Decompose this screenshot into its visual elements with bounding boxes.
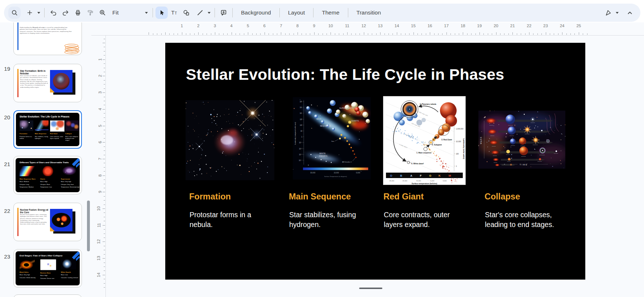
pointer-tool-dropdown[interactable] bbox=[614, 7, 620, 19]
svg-text:1: 1 bbox=[456, 165, 457, 167]
text-tool-icon: TT bbox=[170, 9, 178, 16]
svg-text:Surface Temperature (in degree: Surface Temperature (in degrees) bbox=[324, 176, 347, 177]
slide-22-thumbnail[interactable]: Nuclear Fusion: Energy at the Core Nucle… bbox=[13, 203, 82, 241]
svg-text:10²: 10² bbox=[300, 124, 302, 126]
zoom-button[interactable] bbox=[96, 7, 109, 19]
slide-20-thumbnail[interactable]: Stellar Evolution: The Life Cycle in Pha… bbox=[13, 110, 82, 149]
slide-19-thumbnail[interactable]: Star Formation: Birth in Nebulae Stars a… bbox=[13, 64, 82, 102]
zoom-select[interactable]: Fit bbox=[109, 7, 150, 19]
slide-23-thumbnail[interactable]: End Stages: Fate of Stars After Collapse… bbox=[13, 249, 82, 288]
phase-body-main-sequence[interactable]: Star stabilizes, fusing hydrogen. bbox=[289, 210, 363, 230]
svg-text:3. Red Giant: 3. Red Giant bbox=[441, 139, 452, 141]
new-slide-dropdown[interactable] bbox=[36, 7, 42, 19]
accent-bar bbox=[17, 208, 18, 236]
search-menus-button[interactable] bbox=[8, 7, 21, 19]
svg-text:B: B bbox=[400, 174, 402, 177]
thumbnail-image bbox=[50, 70, 78, 97]
print-icon bbox=[74, 9, 82, 16]
thumbnail-image bbox=[50, 209, 78, 236]
phase-heading-main-sequence[interactable]: Main Sequence bbox=[289, 192, 351, 202]
main-sequence-image[interactable]: 10⁶10⁵10⁴10³10²10110⁻¹10⁻²10⁻³10⁻⁴ Lumin… bbox=[293, 97, 371, 180]
svg-text:45,000: 45,000 bbox=[389, 180, 394, 182]
slide-canvas[interactable]: Stellar Evolution: The Life Cycle in Pha… bbox=[165, 43, 585, 280]
toolbar-divider bbox=[279, 8, 280, 17]
mini-caption: Formation bbox=[20, 133, 34, 135]
mini-caption: Giants bbox=[40, 178, 60, 180]
svg-text:5,000: 5,000 bbox=[356, 172, 360, 174]
formation-image[interactable] bbox=[186, 100, 274, 180]
svg-text:2. Subgiant: 2. Subgiant bbox=[432, 144, 442, 146]
svg-text:MASS: MASS bbox=[480, 136, 482, 144]
slide-21-number: 21 bbox=[0, 161, 10, 167]
new-slide-button[interactable] bbox=[24, 7, 36, 19]
print-button[interactable] bbox=[72, 7, 84, 19]
redo-button[interactable] bbox=[59, 7, 72, 19]
background-button[interactable]: Background bbox=[235, 6, 277, 19]
svg-text:MAIN: MAIN bbox=[316, 118, 321, 120]
hide-toolbar-button[interactable] bbox=[624, 7, 636, 19]
slide-24-thumbnail[interactable] bbox=[13, 294, 82, 297]
layout-button[interactable]: Layout bbox=[282, 6, 311, 19]
svg-text:10³: 10³ bbox=[300, 119, 302, 120]
svg-text:G: G bbox=[429, 174, 431, 177]
slide-21-thumbnail[interactable]: Different Types of Stars and Observable … bbox=[13, 156, 82, 194]
svg-text:4. Planetary nebula: 4. Planetary nebula bbox=[420, 103, 436, 105]
toolbar-divider bbox=[153, 8, 153, 17]
mini-caption: Main Sequence bbox=[35, 133, 49, 135]
mini-image bbox=[40, 259, 56, 270]
chevron-down-icon bbox=[145, 12, 148, 14]
svg-text:A: A bbox=[410, 174, 412, 177]
svg-text:1,000,000: 1,000,000 bbox=[456, 128, 464, 130]
svg-text:AB Doradus C: AB Doradus C bbox=[342, 161, 352, 163]
svg-text:Sun: Sun bbox=[332, 140, 335, 142]
mini-caption: Red Giant bbox=[50, 133, 65, 135]
phase-body-formation[interactable]: Protostar forms in a nebula. bbox=[190, 210, 257, 230]
text-box-tool-button[interactable]: TT bbox=[168, 7, 180, 19]
toolbar-divider bbox=[215, 8, 215, 17]
slide-18-thumbnail[interactable]: Understanding the lifecycle of a star is… bbox=[13, 22, 82, 55]
slide-23-number: 23 bbox=[0, 253, 10, 260]
mini-image bbox=[20, 259, 35, 269]
svg-text:O: O bbox=[390, 174, 392, 177]
phase-body-collapse[interactable]: Star's core collapses, leading to end st… bbox=[485, 210, 560, 230]
undo-button[interactable] bbox=[47, 7, 59, 19]
svg-text:10⁶: 10⁶ bbox=[300, 101, 302, 103]
main-toolbar: Fit TT Background Layout Theme Transitio… bbox=[4, 4, 640, 22]
collapse-image[interactable]: MASS bbox=[478, 111, 565, 169]
svg-text:10⁵: 10⁵ bbox=[300, 107, 302, 108]
phase-body-red-giant[interactable]: Core contracts, outer layers expand. bbox=[384, 210, 456, 230]
thumbnail-title: Nuclear Fusion: Energy at the Core bbox=[20, 209, 52, 214]
svg-text:K: K bbox=[439, 174, 441, 177]
toolbar-divider bbox=[313, 8, 313, 17]
phase-heading-formation[interactable]: Formation bbox=[189, 192, 231, 202]
red-giant-image[interactable]: 1,000 solar radii100 solar radii10 solar… bbox=[383, 96, 466, 185]
slide-title[interactable]: Stellar Evolution: The Life Cycle in Pha… bbox=[186, 66, 504, 83]
pointer-tool-button[interactable] bbox=[602, 7, 614, 19]
scribble-decoration bbox=[65, 44, 80, 54]
line-tool-dropdown[interactable] bbox=[206, 7, 212, 19]
svg-text:1: 1 bbox=[301, 136, 302, 138]
phase-heading-collapse[interactable]: Collapse bbox=[485, 192, 520, 202]
chevron-down-icon bbox=[208, 12, 211, 14]
chevron-up-icon bbox=[626, 9, 633, 16]
mini-stages-diagram-image bbox=[50, 120, 65, 132]
line-icon bbox=[196, 9, 204, 16]
svg-text:DWARFS: DWARFS bbox=[319, 155, 327, 157]
shape-tool-button[interactable] bbox=[180, 7, 192, 19]
svg-text:5. White dwarf: 5. White dwarf bbox=[411, 162, 424, 165]
svg-text:6,000: 6,000 bbox=[431, 180, 435, 182]
select-tool-button[interactable] bbox=[155, 7, 168, 19]
thumbnail-title: Star Formation: Birth in Nebulae bbox=[20, 70, 52, 75]
filmstrip-scrollbar-thumb[interactable] bbox=[87, 201, 90, 251]
transition-button[interactable]: Transition bbox=[351, 6, 387, 19]
phase-heading-red-giant[interactable]: Red Giant bbox=[383, 192, 424, 202]
line-tool-button[interactable] bbox=[194, 7, 206, 19]
paint-format-button[interactable] bbox=[84, 7, 96, 19]
speaker-notes-resize-handle[interactable] bbox=[359, 288, 382, 289]
mini-body: Star stabilizes, fusing hydrogen. bbox=[35, 136, 49, 139]
svg-text:10,000: 10,000 bbox=[456, 141, 461, 143]
theme-button[interactable]: Theme bbox=[316, 6, 345, 19]
mini-body: Protostar forms in a nebula. bbox=[20, 136, 33, 139]
insert-comment-button[interactable] bbox=[217, 7, 230, 19]
svg-text:1. Main sequence: 1. Main sequence bbox=[416, 152, 432, 154]
